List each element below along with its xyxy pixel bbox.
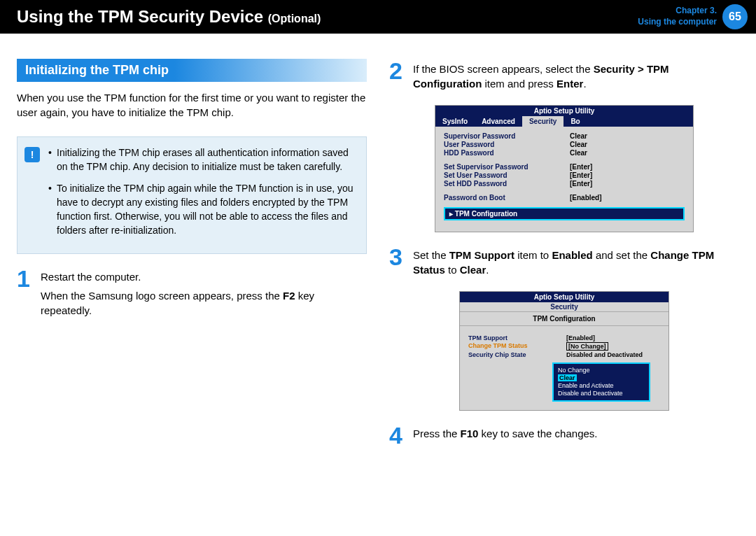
- step-text: Set the TPM Support item to Enabled and …: [413, 245, 739, 281]
- dropdown-option: No Change: [558, 367, 645, 374]
- bios-body: Supervisor PasswordClear User PasswordCl…: [435, 127, 693, 232]
- notice-item: Initializing the TPM chip erases all aut…: [48, 146, 356, 174]
- step-1-line2: When the Samsung logo screen appears, pr…: [41, 288, 367, 318]
- notice-box: ! Initializing the TPM chip erases all a…: [17, 136, 367, 254]
- bios-tab-boot: Bo: [564, 116, 587, 127]
- chapter-sub: Using the computer: [638, 17, 717, 28]
- page-number-badge: 65: [722, 4, 748, 29]
- dropdown-option: Disable and Deactivate: [558, 390, 645, 397]
- dropdown-option-selected: Clear: [558, 374, 577, 381]
- alert-icon: !: [24, 147, 40, 162]
- step-text: Restart the computer. When the Samsung l…: [41, 267, 367, 322]
- intro-text: When you use the TPM function for the fi…: [17, 90, 367, 120]
- step-text: Press the F10 key to save the changes.: [413, 423, 598, 445]
- chapter-info: Chapter 3. Using the computer: [638, 6, 717, 27]
- notice-item: To initialize the TPM chip again while t…: [48, 181, 356, 238]
- bios-tabs: SysInfo Advanced Security Bo: [435, 116, 693, 127]
- content-area: Initializing the TPM chip When you use t…: [0, 34, 756, 457]
- step-1: 1 Restart the computer. When the Samsung…: [17, 267, 367, 322]
- step-text: If the BIOS screen appears, select the S…: [413, 59, 739, 95]
- title-main: Using the TPM Security Device: [17, 7, 263, 26]
- bios-dropdown-popup: No Change Clear Enable and Activate Disa…: [552, 362, 650, 402]
- step-number: 4: [389, 423, 406, 447]
- bios-subtitle: TPM Configuration: [460, 312, 668, 326]
- page-title: Using the TPM Security Device (Optional): [17, 7, 321, 27]
- bios-tab-security: Security: [460, 302, 668, 312]
- page-header: Using the TPM Security Device (Optional)…: [0, 0, 756, 34]
- step-3: 3 Set the TPM Support item to Enabled an…: [389, 245, 739, 281]
- title-optional: (Optional): [268, 13, 321, 24]
- bios-screenshot-2: Aptio Setup Utility Security TPM Configu…: [459, 291, 669, 411]
- bios-body: TPM Support[Enabled] Change TPM Status[N…: [460, 326, 668, 410]
- step-2: 2 If the BIOS screen appears, select the…: [389, 59, 739, 95]
- chapter-label: Chapter 3.: [638, 6, 717, 17]
- dropdown-option: Enable and Activate: [558, 382, 645, 389]
- bios-tpm-highlight: TPM Configuration: [444, 207, 685, 220]
- right-column: 2 If the BIOS screen appears, select the…: [389, 59, 739, 457]
- bios-tab-advanced: Advanced: [475, 116, 522, 127]
- bios-screenshot-1: Aptio Setup Utility SysInfo Advanced Sec…: [435, 105, 694, 232]
- left-column: Initializing the TPM chip When you use t…: [17, 59, 367, 457]
- step-number: 2: [389, 59, 406, 83]
- section-heading: Initializing the TPM chip: [17, 59, 367, 82]
- bios-tab-security: Security: [522, 116, 564, 127]
- step-number: 3: [389, 245, 406, 269]
- bios-tab-sysinfo: SysInfo: [435, 116, 475, 127]
- step-number: 1: [17, 267, 34, 290]
- bios-title: Aptio Setup Utility: [435, 106, 693, 116]
- header-right: Chapter 3. Using the computer 65: [638, 0, 756, 34]
- step-1-line1: Restart the computer.: [41, 269, 367, 284]
- step-4: 4 Press the F10 key to save the changes.: [389, 423, 739, 447]
- bios-title: Aptio Setup Utility: [460, 292, 668, 302]
